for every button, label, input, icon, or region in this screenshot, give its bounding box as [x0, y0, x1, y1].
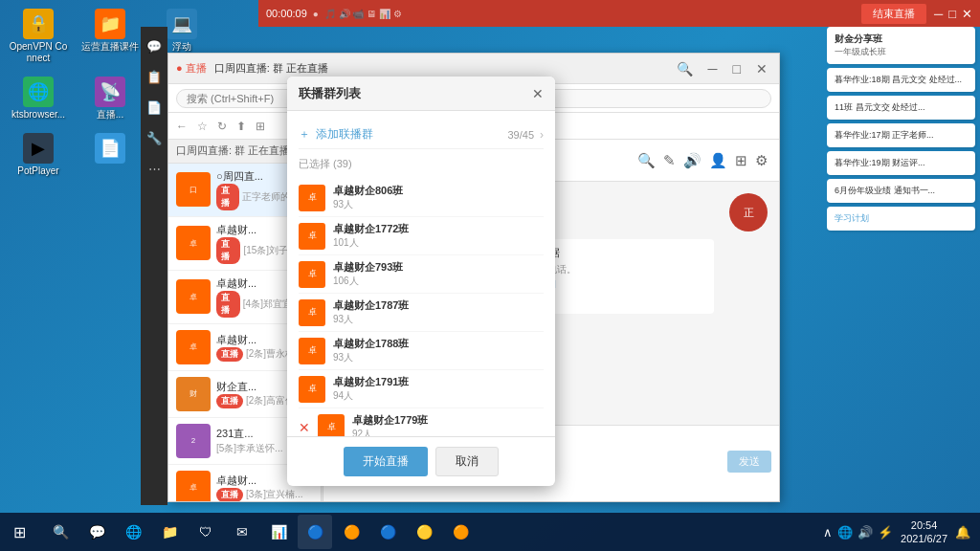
taskbar-app2-btn[interactable]: 🟠 — [334, 515, 368, 549]
right-audio-icon[interactable]: 🔊 — [683, 152, 702, 169]
sender-avatar-large: 正 — [729, 193, 768, 231]
group-info: 卓越财企1788班 93人 — [333, 337, 544, 364]
group-info: 卓越财企1787班 93人 — [333, 298, 544, 326]
notification-icon[interactable]: 🔔 — [955, 525, 970, 540]
icon-label-kts: ktsbrowser... — [11, 109, 65, 121]
topbar-icons-row: 🎵 🔊 📹 🖥 📊 ⚙ — [324, 9, 402, 19]
card-content-6: 6月份年级业绩 通知书一... — [835, 185, 968, 197]
taskbar-app3-btn[interactable]: 🔵 — [370, 515, 405, 549]
tray-network-icon[interactable]: 🌐 — [837, 525, 853, 540]
chat-avatar: 财 — [176, 377, 211, 411]
taskbar-security-btn[interactable]: 🛡 — [189, 515, 223, 549]
modal-add-group-btn[interactable]: ＋ 添加联播群 39/45 › — [299, 121, 544, 149]
group-count: 93人 — [333, 198, 544, 211]
desktop-icon-doc[interactable]: 📄 — [77, 129, 144, 192]
toolbar-share-icon[interactable]: ⬆ — [236, 120, 246, 133]
desktop-icon-openvpn[interactable]: 🔒 OpenVPN Connect — [5, 5, 72, 68]
right-edit-icon[interactable]: ✎ — [663, 152, 676, 169]
modal-close-btn[interactable]: ✕ — [532, 86, 544, 101]
add-btn-label: 添加联播群 — [316, 126, 373, 143]
taskbar-mail-btn[interactable]: ✉ — [225, 515, 259, 549]
system-clock: 20:54 2021/6/27 — [901, 518, 947, 546]
modal-group-item-removable: ✕ 卓 卓越财企1779班 92人 — [299, 408, 544, 436]
toolbar-star-icon[interactable]: ☆ — [197, 120, 208, 133]
desktop-icon-potplayer[interactable]: ▶ PotPlayer — [5, 129, 72, 192]
tray-battery-icon[interactable]: ⚡ — [878, 525, 893, 540]
chat-avatar: 卓 — [176, 279, 211, 314]
start-button[interactable]: ⊞ — [0, 513, 38, 551]
group-info: 卓越财企1791班 94人 — [333, 375, 544, 403]
taskbar-search-btn[interactable]: 🔍 — [43, 515, 78, 549]
taskbar: ⊞ 🔍 💬 🌐 📁 🛡 ✉ 📊 🔵 🟠 🔵 🟡 🟠 ∧ 🌐 🔊 ⚡ — [0, 513, 980, 551]
right-card-6: 6月份年级业绩 通知书一... — [827, 179, 975, 203]
sidebar-icon-doc[interactable]: 📄 — [143, 96, 166, 119]
window-maximize-btn[interactable]: □ — [729, 59, 745, 78]
modal-section-label: 已选择 (39) — [299, 157, 544, 171]
chat-avatar: 卓 — [176, 330, 211, 364]
right-card-2: 暮华作业:18期 昌元文交 处经过... — [827, 68, 975, 92]
group-remove-btn[interactable]: ✕ — [299, 420, 310, 435]
taskbar-app5-btn[interactable]: 🟠 — [443, 515, 478, 549]
taskbar-app1-btn[interactable]: 🔵 — [298, 515, 332, 549]
group-count: 94人 — [333, 389, 544, 403]
cancel-btn[interactable]: 取消 — [435, 447, 499, 476]
send-button[interactable]: 发送 — [727, 451, 771, 473]
right-grid-icon[interactable]: ⊞ — [735, 152, 747, 169]
chat-right-toolbar: 🔍 ✎ 🔊 👤 ⊞ ⚙ — [637, 152, 768, 169]
broadcast-indicator: ● 直播 — [176, 61, 207, 76]
window-minimize-btn[interactable]: ─ — [704, 59, 722, 78]
icon-label-openvpn: OpenVPN Connect — [9, 41, 68, 64]
right-card-7: 学习计划 — [827, 207, 975, 231]
group-name: 卓越财企1787班 — [333, 298, 544, 313]
chat-item-name: 卓越财... — [216, 474, 256, 488]
right-settings-icon[interactable]: ⚙ — [755, 152, 768, 169]
chat-badge-live: 直播 — [216, 184, 239, 210]
toolbar-grid-icon[interactable]: ⊞ — [256, 120, 265, 133]
modal-group-item: 卓 卓越财企1787班 93人 — [299, 294, 544, 332]
window-search-icon[interactable]: 🔍 — [673, 59, 697, 78]
taskbar-right-area: ∧ 🌐 🔊 ⚡ 20:54 2021/6/27 🔔 — [823, 513, 980, 551]
toolbar-back-icon[interactable]: ← — [176, 120, 188, 133]
message-sender-right: 正 — [729, 193, 768, 231]
tray-arrow-icon[interactable]: ∧ — [823, 525, 833, 540]
group-info: 卓越财企806班 93人 — [333, 184, 544, 211]
right-card-4: 暮华作业:17期 正字老师... — [827, 123, 975, 147]
desktop-icon-course[interactable]: 📁 运营直播课件 — [77, 5, 144, 68]
chat-badge: 直播 — [216, 488, 243, 501]
topbar-maximize[interactable]: □ — [948, 7, 956, 21]
card-content-2: 暮华作业:18期 昌元文交 处经过... — [835, 74, 968, 86]
group-count: 106人 — [333, 275, 544, 288]
sidebar-icon-contacts[interactable]: 📋 — [143, 65, 166, 88]
chat-titlebar-left: ● 直播 口周四直播: 群 正在直播 — [176, 61, 328, 76]
taskbar-pinned-icons: 🔍 💬 🌐 📁 🛡 ✉ 📊 🔵 🟠 🔵 🟡 🟠 — [38, 515, 482, 549]
right-person-icon[interactable]: 👤 — [709, 152, 727, 169]
topbar-minimize[interactable]: ─ — [934, 7, 943, 21]
sidebar-icon-work[interactable]: 🔧 — [143, 126, 166, 149]
group-avatar: 卓 — [299, 261, 325, 288]
chat-item-name: ○周四直... — [216, 169, 263, 184]
sidebar-icon-chat[interactable]: 💬 — [143, 34, 166, 57]
modal-group-item: 卓 卓越财企806班 93人 — [299, 179, 544, 217]
taskbar-chart-btn[interactable]: 📊 — [261, 515, 296, 549]
chat-item-name: 卓越财... — [216, 333, 256, 347]
right-search-icon[interactable]: 🔍 — [637, 152, 656, 169]
taskbar-folder-btn[interactable]: 📁 — [152, 515, 187, 549]
toolbar-refresh-icon[interactable]: ↻ — [217, 120, 227, 133]
chat-avatar: 卓 — [176, 471, 211, 501]
card-content-3: 11班 昌元文交 处经过... — [835, 101, 968, 114]
taskbar-chat-btn[interactable]: 💬 — [79, 515, 114, 549]
taskbar-app4-btn[interactable]: 🟡 — [407, 515, 441, 549]
card-content-4: 暮华作业:17期 正字老师... — [835, 129, 968, 142]
card-subtitle-1: 一年级成长班 — [835, 46, 968, 58]
start-broadcast-btn[interactable]: 开始直播 — [344, 447, 428, 476]
desktop-icon-live[interactable]: 📡 直播... — [77, 73, 144, 124]
desktop-icon-kts[interactable]: 🌐 ktsbrowser... — [5, 73, 72, 124]
tray-sound-icon[interactable]: 🔊 — [858, 525, 873, 540]
card-content-7: 学习计划 — [835, 212, 968, 225]
window-close-btn[interactable]: ✕ — [752, 59, 771, 78]
sidebar-icon-more[interactable]: ⋯ — [143, 157, 166, 180]
windows-icon: ⊞ — [13, 523, 26, 541]
topbar-close[interactable]: ✕ — [962, 7, 972, 21]
taskbar-browser-btn[interactable]: 🌐 — [116, 515, 150, 549]
end-broadcast-button[interactable]: 结束直播 — [861, 4, 926, 24]
